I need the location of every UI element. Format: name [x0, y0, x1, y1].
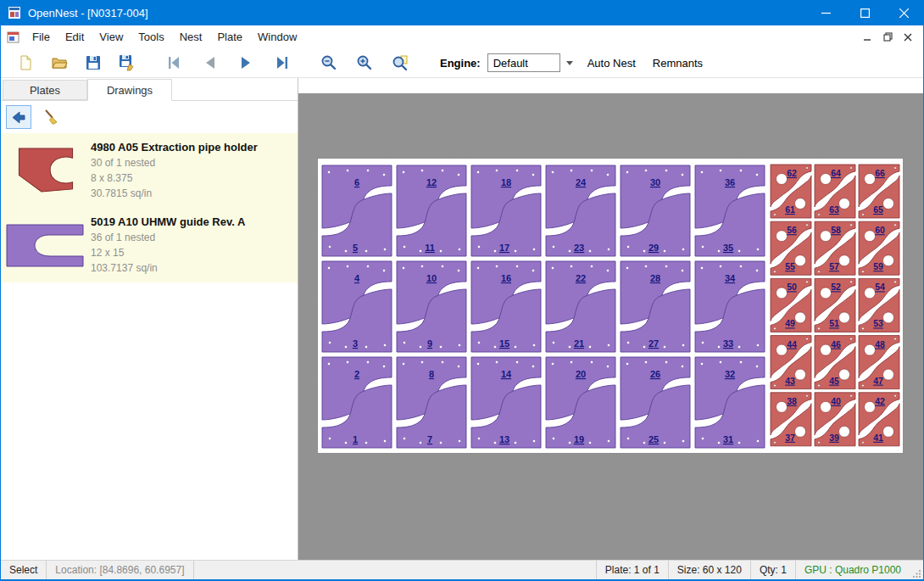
auto-nest-button[interactable]: Auto Nest [582, 53, 641, 73]
list-item[interactable]: 4980 A05 Extraction pipe holder 30 of 1 … [1, 133, 298, 208]
mdi-restore-button[interactable] [877, 29, 898, 46]
red-part-thumbnail-icon [13, 147, 79, 194]
new-button[interactable] [11, 50, 40, 75]
engine-dropdown[interactable]: Default [487, 53, 560, 72]
nest-cell-purple: 1817 [471, 165, 541, 256]
zoom-fit-button[interactable] [386, 50, 415, 75]
panel-tabstrip: Plates Drawings [1, 78, 298, 101]
svg-text:48: 48 [875, 339, 885, 349]
svg-text:38: 38 [787, 396, 797, 406]
svg-text:43: 43 [785, 376, 795, 386]
engine-label: Engine: [440, 57, 481, 70]
minimize-button[interactable] [806, 0, 845, 25]
menu-window[interactable]: Window [250, 26, 304, 47]
menu-edit[interactable]: Edit [58, 26, 92, 47]
nest-cell-purple: 3029 [621, 165, 690, 256]
svg-text:16: 16 [501, 273, 511, 283]
document-window-icon [7, 31, 20, 44]
svg-text:26: 26 [650, 369, 660, 379]
nest-cell-purple: 1413 [471, 357, 541, 448]
svg-text:9: 9 [427, 338, 432, 349]
nest-cell-red: 5049 [771, 278, 811, 332]
menu-nest[interactable]: Nest [172, 26, 210, 47]
svg-text:49: 49 [785, 318, 795, 328]
zoom-in-button[interactable] [350, 50, 379, 75]
svg-text:35: 35 [723, 243, 733, 253]
next-plate-button[interactable] [231, 50, 260, 75]
list-item[interactable]: 5019 A10 UHMW guide Rev. A 36 of 1 neste… [1, 208, 298, 282]
nest-cell-red: 4645 [815, 336, 855, 389]
nest-canvas[interactable]: 65 1211 1817 2423 3029 3635 43 109 1615 [298, 78, 923, 560]
drawings-list: 4980 A05 Extraction pipe holder 30 of 1 … [1, 133, 298, 560]
close-icon [899, 8, 909, 18]
svg-text:54: 54 [875, 282, 885, 292]
nest-cell-purple: 3433 [695, 261, 765, 352]
maximize-button[interactable] [845, 0, 884, 25]
nested-parts-drawing[interactable]: 65 1211 1817 2423 3029 3635 43 109 1615 [318, 159, 903, 453]
last-plate-button[interactable] [267, 50, 296, 75]
svg-text:17: 17 [499, 243, 509, 253]
nest-cell-purple: 3231 [695, 357, 765, 448]
remnants-button[interactable]: Remnants [648, 53, 708, 73]
clear-button[interactable] [38, 105, 64, 129]
svg-text:23: 23 [574, 243, 584, 253]
return-parts-button[interactable] [6, 105, 31, 129]
svg-text:27: 27 [648, 338, 659, 349]
save-icon [85, 54, 102, 71]
previous-plate-button[interactable] [196, 50, 225, 75]
drawing-title: 5019 A10 UHMW guide Rev. A [91, 215, 245, 228]
drawing-title: 4980 A05 Extraction pipe holder [91, 141, 258, 154]
maximize-icon [860, 8, 870, 18]
menu-tools[interactable]: Tools [131, 26, 171, 47]
nest-cell-red: 5453 [859, 278, 899, 332]
svg-text:61: 61 [785, 204, 795, 215]
tab-plates[interactable]: Plates [3, 80, 87, 100]
svg-text:51: 51 [829, 318, 839, 328]
svg-text:45: 45 [829, 376, 839, 386]
status-spacer [194, 561, 596, 579]
save-button[interactable] [79, 50, 108, 75]
menu-file[interactable]: File [25, 26, 58, 47]
zoom-out-icon [320, 54, 337, 71]
nest-cell-purple: 3635 [695, 165, 765, 256]
svg-text:29: 29 [648, 243, 659, 253]
resize-grip[interactable] [910, 561, 923, 579]
svg-text:62: 62 [787, 168, 797, 178]
svg-text:64: 64 [831, 168, 841, 178]
drawing-nested: 36 of 1 nested [91, 230, 245, 245]
mdi-minimize-button[interactable] [857, 29, 877, 46]
svg-text:60: 60 [875, 225, 885, 235]
svg-text:7: 7 [427, 434, 432, 444]
first-plate-button[interactable] [160, 50, 189, 75]
svg-text:50: 50 [787, 282, 797, 292]
nest-cell-red: 4443 [771, 336, 811, 389]
zoom-fit-icon [392, 54, 409, 71]
svg-text:39: 39 [829, 433, 839, 443]
mdi-close-button[interactable] [898, 29, 918, 46]
last-arrow-icon [273, 54, 290, 71]
nest-cell-purple: 2827 [621, 261, 690, 352]
open-button[interactable] [45, 50, 74, 75]
svg-text:3: 3 [353, 338, 358, 349]
svg-text:32: 32 [725, 369, 735, 379]
nest-cell-purple: 2221 [546, 261, 615, 352]
nest-cell-purple: 2423 [546, 165, 615, 256]
menu-view[interactable]: View [92, 26, 131, 47]
zoom-out-button[interactable] [314, 50, 343, 75]
left-panel: Plates Drawings [1, 78, 298, 560]
svg-text:11: 11 [425, 243, 435, 253]
nest-cell-purple: 1615 [471, 261, 541, 352]
canvas-background[interactable]: 65 1211 1817 2423 3029 3635 43 109 1615 [298, 93, 923, 560]
zoom-in-icon [356, 54, 373, 71]
plate[interactable]: 65 1211 1817 2423 3029 3635 43 109 1615 [318, 159, 903, 453]
main-toolbar: Engine: Default Auto Nest Remnants [1, 48, 923, 78]
menu-plate[interactable]: Plate [209, 26, 250, 47]
save-as-button[interactable] [113, 50, 142, 75]
nest-cell-purple: 2019 [546, 357, 615, 448]
close-button[interactable] [884, 0, 923, 25]
svg-text:37: 37 [785, 433, 795, 443]
tab-drawings[interactable]: Drawings [87, 79, 172, 101]
chevron-down-icon [566, 61, 573, 65]
svg-text:33: 33 [723, 338, 733, 349]
main-area: Plates Drawings [1, 78, 923, 560]
